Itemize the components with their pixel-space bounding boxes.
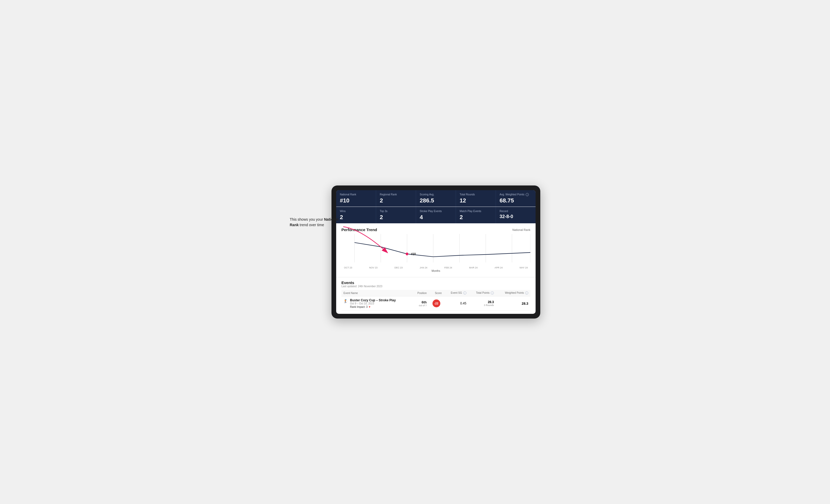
weighted-points-value: 28.3 <box>498 302 528 305</box>
stat-avg-weighted-value: 68.75 <box>500 197 532 204</box>
event-icon: 🏌️ <box>344 299 348 303</box>
annotation: This shows you your National Rank trend … <box>290 217 342 228</box>
info-icon: i <box>526 193 529 196</box>
x-label-oct23: OCT 23 <box>344 266 352 269</box>
event-position-cell: 6th out of 7 <box>412 296 428 311</box>
event-name: Buster Cozy Cup – Stroke Play <box>350 298 396 302</box>
stat-total-rounds: Total Rounds 12 <box>456 190 496 207</box>
col-event-sg: Event SG i <box>444 290 468 296</box>
stat-national-rank-value: #10 <box>340 197 372 204</box>
weighted-points-cell: 28.3 <box>496 296 530 311</box>
stats-row-2: Wins 2 Top 3s 2 Stroke Play Events 4 Mat… <box>336 207 536 223</box>
chart-svg: #10 <box>341 234 530 265</box>
col-event-name: Event Name <box>341 290 412 296</box>
total-points-info-icon: i <box>491 292 494 295</box>
annotation-text: This shows you your National Rank trend … <box>290 217 339 227</box>
stat-top3s: Top 3s 2 <box>376 207 416 223</box>
col-weighted-points: Weighted Points i <box>496 290 530 296</box>
tablet-screen: National Rank #10 Regional Rank 2 Scorin… <box>336 190 536 314</box>
weighted-points-info-icon: i <box>525 292 528 295</box>
x-label-nov23: NOV 23 <box>369 266 377 269</box>
stat-wins-label: Wins <box>340 209 372 213</box>
x-label-feb24: FEB 24 <box>444 266 452 269</box>
stat-total-rounds-value: 12 <box>459 197 492 204</box>
stat-avg-weighted: Avg. Weighted Points i 68.75 <box>496 190 536 207</box>
stat-stroke-play: Stroke Play Events 4 <box>416 207 456 223</box>
col-score: Score <box>429 290 444 296</box>
stat-record-label: Record <box>500 209 532 213</box>
x-label-may24: MAY 24 <box>520 266 528 269</box>
x-label-apr24: APR 24 <box>494 266 503 269</box>
stat-scoring-avg-label: Scoring Avg. <box>420 193 452 196</box>
svg-text:#10: #10 <box>411 252 416 256</box>
event-score-cell: -22 <box>429 296 444 311</box>
performance-trend-section: Performance Trend National Rank <box>336 223 536 277</box>
outer-wrapper: This shows you your National Rank trend … <box>290 186 540 318</box>
svg-point-9 <box>406 253 408 256</box>
total-points-display: 28.3 3 Rounds <box>471 300 494 306</box>
chart-area: #10 <box>341 234 530 265</box>
stat-match-play: Match Play Events 2 <box>456 207 496 223</box>
perf-header: Performance Trend National Rank <box>341 228 530 232</box>
stat-avg-weighted-label: Avg. Weighted Points i <box>500 193 532 196</box>
stat-match-play-value: 2 <box>459 214 492 221</box>
events-table: Event Name Position Score Event SG i <box>341 290 530 311</box>
chart-x-title: Months <box>341 269 530 272</box>
event-position: 6th <box>414 300 426 304</box>
stat-regional-rank-value: 2 <box>380 197 412 204</box>
score-badge: -22 <box>433 300 440 307</box>
total-points-value: 28.3 <box>471 300 494 304</box>
events-title: Events <box>341 280 530 285</box>
stat-wins: Wins 2 <box>336 207 376 223</box>
stat-record-value: 32-8-0 <box>500 214 532 220</box>
event-position-sub: out of 7 <box>414 304 426 307</box>
table-row: 🏌️ Buster Cozy Cup – Stroke Play Oct 9 –… <box>341 296 530 311</box>
stat-match-play-label: Match Play Events <box>459 209 492 213</box>
stat-scoring-avg-value: 286.5 <box>420 197 452 204</box>
perf-y-label: National Rank <box>512 228 530 231</box>
events-last-updated: Last updated: 24th November 2023 <box>341 285 530 288</box>
stat-top3s-label: Top 3s <box>380 209 412 213</box>
rank-impact-arrow: ▼ <box>368 305 371 308</box>
stat-national-rank-label: National Rank <box>340 193 372 196</box>
perf-title: Performance Trend <box>341 228 377 232</box>
stats-row-1: National Rank #10 Regional Rank 2 Scorin… <box>336 190 536 207</box>
stat-regional-rank: Regional Rank 2 <box>376 190 416 207</box>
total-points-cell: 28.3 3 Rounds <box>469 296 496 311</box>
event-date: Oct 9 – Oct 10, 2023 <box>350 302 396 305</box>
stat-scoring-avg: Scoring Avg. 286.5 <box>416 190 456 207</box>
stat-national-rank: National Rank #10 <box>336 190 376 207</box>
events-section: Events Last updated: 24th November 2023 … <box>336 277 536 314</box>
tablet-device: National Rank #10 Regional Rank 2 Scorin… <box>331 186 540 318</box>
x-label-dec23: DEC 23 <box>394 266 403 269</box>
chart-x-labels: OCT 23 NOV 23 DEC 23 JAN 24 FEB 24 MAR 2… <box>341 266 530 269</box>
stat-stroke-play-value: 4 <box>420 214 452 221</box>
table-header-row: Event Name Position Score Event SG i <box>341 290 530 296</box>
stat-record: Record 32-8-0 <box>496 207 536 223</box>
event-sg-info-icon: i <box>463 292 467 295</box>
event-sg-value: 0.45 <box>446 302 466 305</box>
stat-total-rounds-label: Total Rounds <box>459 193 492 196</box>
stat-stroke-play-label: Stroke Play Events <box>420 209 452 213</box>
col-position: Position <box>412 290 428 296</box>
event-name-cell: 🏌️ Buster Cozy Cup – Stroke Play Oct 9 –… <box>341 296 412 311</box>
event-sg-cell: 0.45 <box>444 296 468 311</box>
total-points-sub: 3 Rounds <box>471 304 494 306</box>
col-total-points: Total Points i <box>469 290 496 296</box>
x-label-jan24: JAN 24 <box>420 266 427 269</box>
stat-top3s-value: 2 <box>380 214 412 221</box>
x-label-mar24: MAR 24 <box>469 266 478 269</box>
event-rank-impact: Rank Impact: 3 ▼ <box>350 305 396 308</box>
stat-wins-value: 2 <box>340 214 372 221</box>
stat-regional-rank-label: Regional Rank <box>380 193 412 196</box>
